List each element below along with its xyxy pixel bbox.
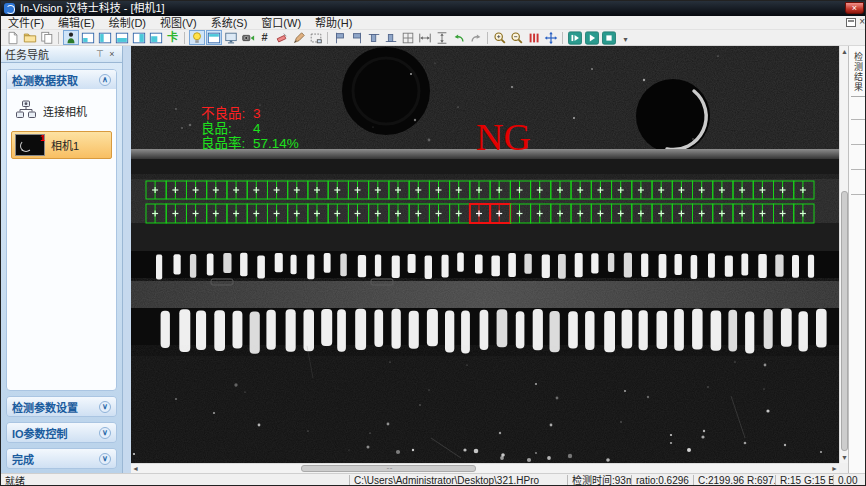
- chevron-down-icon[interactable]: ∨: [99, 427, 111, 439]
- window-4-button[interactable]: [131, 30, 147, 45]
- stretch-v-icon: [435, 31, 449, 45]
- right-dock-tab[interactable]: 检测结果: [851, 48, 865, 97]
- zoom-in-button[interactable]: [492, 30, 508, 45]
- undo-button[interactable]: [451, 30, 467, 45]
- window-3-button[interactable]: [114, 30, 130, 45]
- distribute-grid-icon: [401, 31, 415, 45]
- card-button[interactable]: 卡: [165, 30, 181, 45]
- window-2-button[interactable]: [97, 30, 113, 45]
- sidebar-item-label: 连接相机: [43, 103, 87, 119]
- flag-left-button[interactable]: [332, 30, 348, 45]
- vertical-scroll-thumb[interactable]: [841, 191, 848, 451]
- menu-item-6[interactable]: 帮助(H): [308, 16, 359, 30]
- more-button[interactable]: ▾: [618, 30, 634, 45]
- window-active-button[interactable]: [206, 30, 222, 45]
- open-folder-button[interactable]: [22, 30, 38, 45]
- panel-label: 完成: [12, 451, 99, 467]
- restore-child-icon[interactable]: [846, 18, 856, 27]
- window-title: In-Vision 汉特士科技 - [相机1]: [20, 1, 165, 16]
- panel-2: IO参数控制∨: [6, 422, 117, 443]
- flag-right-button[interactable]: [349, 30, 365, 45]
- flag-top-button[interactable]: [366, 30, 382, 45]
- distribute-grid-button[interactable]: [400, 30, 416, 45]
- svg-text:3: 3: [253, 106, 261, 121]
- horizontal-scroll-thumb[interactable]: [301, 465, 476, 472]
- brush-button[interactable]: [291, 30, 307, 45]
- sidebar-panels: 检测数据获取∧连接相机1相机1检测参数设置∨IO参数控制∨完成∨: [1, 63, 122, 473]
- status-cr-values: C:2199.96 R:697.32: [693, 475, 775, 486]
- chevron-down-icon[interactable]: ∨: [99, 453, 111, 465]
- move-icon: [544, 31, 558, 45]
- panel-header-2[interactable]: IO参数控制∨: [7, 423, 116, 442]
- stretch-h-button[interactable]: [417, 30, 433, 45]
- zoom-out-icon: [510, 31, 524, 45]
- close-child-icon[interactable]: ×: [859, 17, 865, 27]
- menu-item-3[interactable]: 视图(V): [153, 16, 204, 30]
- menu-item-4[interactable]: 系统(S): [204, 16, 255, 30]
- window-1-button[interactable]: [80, 30, 96, 45]
- new-file-button[interactable]: [5, 30, 21, 45]
- run-step-icon: [568, 31, 582, 45]
- pin-icon[interactable]: ⊤: [94, 49, 106, 59]
- bulb-button[interactable]: [189, 30, 205, 45]
- window-5-button[interactable]: [148, 30, 164, 45]
- erase-button[interactable]: [274, 30, 290, 45]
- scroll-left-icon[interactable]: ◄: [131, 464, 140, 473]
- photo-hole-left: [342, 47, 430, 135]
- toolbar: 卡#▾: [1, 30, 866, 46]
- task-navigation-sidebar: 任务导航 ⊤ × 检测数据获取∧连接相机1相机1检测参数设置∨IO参数控制∨完成…: [1, 46, 123, 473]
- status-detect-time: 检测时间:93ms: [567, 475, 631, 486]
- horizontal-scrollbar[interactable]: ◄ ►: [131, 463, 839, 473]
- chevron-up-icon[interactable]: ∧: [99, 74, 111, 86]
- move-button[interactable]: [543, 30, 559, 45]
- select-area-button[interactable]: [308, 30, 324, 45]
- menu-item-5[interactable]: 窗口(W): [254, 16, 308, 30]
- photo-hole-right: [636, 79, 710, 153]
- sidebar-item-1[interactable]: 1相机1: [11, 131, 112, 159]
- sidebar-splitter[interactable]: [123, 46, 131, 473]
- monitor-button[interactable]: [223, 30, 239, 45]
- columns-icon: [527, 31, 541, 45]
- panel-header-3[interactable]: 完成∨: [7, 449, 116, 468]
- redo-button[interactable]: [468, 30, 484, 45]
- erase-icon: [275, 31, 289, 45]
- panel-header-1[interactable]: 检测参数设置∨: [7, 397, 116, 416]
- menu-item-1[interactable]: 编辑(E): [51, 16, 102, 30]
- copy-button[interactable]: [39, 30, 55, 45]
- vertical-scrollbar[interactable]: ▲ ▼: [839, 46, 848, 463]
- zoom-in-icon: [493, 31, 507, 45]
- menu-item-0[interactable]: 文件(F): [1, 16, 51, 30]
- stop-button[interactable]: [601, 30, 617, 45]
- dock-tab-divider: [851, 144, 865, 145]
- person-icon: [64, 31, 78, 45]
- menu-item-2[interactable]: 绘制(D): [102, 16, 153, 30]
- flag-bottom-button[interactable]: [383, 30, 399, 45]
- camera-link-button[interactable]: [240, 30, 256, 45]
- sidebar-item-0[interactable]: 连接相机: [11, 97, 112, 125]
- grid-hash-button[interactable]: #: [257, 30, 273, 45]
- connect-camera-icon: [15, 100, 37, 122]
- stretch-v-button[interactable]: [434, 30, 450, 45]
- run-step-button[interactable]: [567, 30, 583, 45]
- run-button[interactable]: [584, 30, 600, 45]
- columns-button[interactable]: [526, 30, 542, 45]
- inspection-image[interactable]: 不良品:3良品:4良品率:57.14%NG: [131, 46, 839, 463]
- scroll-right-icon[interactable]: ►: [830, 464, 839, 473]
- toolbar-separator: [562, 32, 563, 44]
- chevron-down-icon[interactable]: ∨: [99, 401, 111, 413]
- window-4-icon: [132, 31, 146, 45]
- app-window: In-Vision 汉特士科技 - [相机1] × 文件(F)编辑(E)绘制(D…: [0, 0, 866, 486]
- status-rgb-values: R:15 G:15 B:15: [775, 475, 833, 486]
- redo-icon: [469, 31, 483, 45]
- zoom-out-button[interactable]: [509, 30, 525, 45]
- app-logo-icon: [4, 3, 15, 14]
- person-button[interactable]: [63, 30, 79, 45]
- panel-header-0[interactable]: 检测数据获取∧: [7, 70, 116, 89]
- new-file-icon: [6, 31, 20, 45]
- close-icon[interactable]: ×: [106, 49, 118, 59]
- panel-label: 检测参数设置: [12, 399, 99, 415]
- svg-text:4: 4: [253, 121, 261, 136]
- camera-thumbnail-icon: 1: [15, 134, 45, 156]
- close-button[interactable]: ×: [845, 2, 864, 14]
- mdi-controls: ×: [846, 17, 865, 27]
